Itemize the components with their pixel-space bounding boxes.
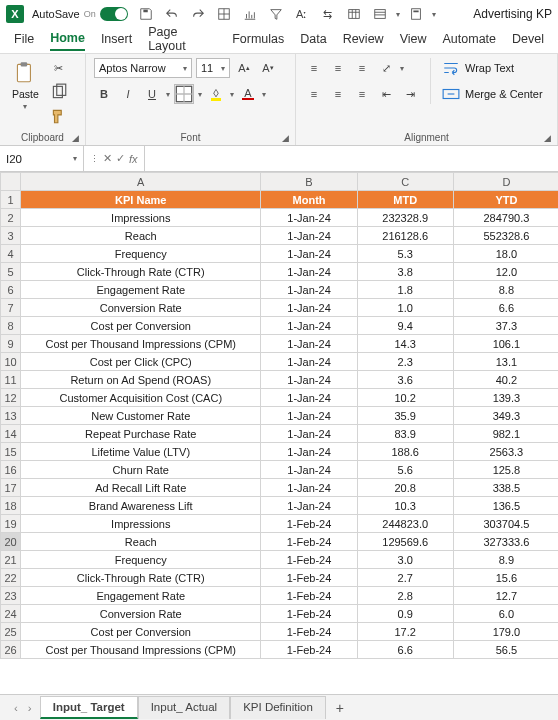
column-header[interactable]: C <box>357 173 453 191</box>
cell[interactable]: 1-Jan-24 <box>261 407 357 425</box>
cell[interactable]: 3.6 <box>357 371 453 389</box>
cell[interactable]: Cost per Thousand Impressions (CPM) <box>21 335 261 353</box>
cell[interactable]: Impressions <box>21 515 261 533</box>
cell[interactable]: Lifetime Value (LTV) <box>21 443 261 461</box>
row-header[interactable]: 9 <box>1 335 21 353</box>
chevron-down-icon[interactable]: ▾ <box>166 90 170 99</box>
table-header-cell[interactable]: MTD <box>357 191 453 209</box>
formula-input[interactable] <box>145 146 558 171</box>
cell[interactable]: 284790.3 <box>453 209 558 227</box>
cell[interactable]: 12.7 <box>453 587 558 605</box>
row-header[interactable]: 4 <box>1 245 21 263</box>
cell[interactable]: 1-Feb-24 <box>261 551 357 569</box>
row-header[interactable]: 22 <box>1 569 21 587</box>
cell[interactable]: 179.0 <box>453 623 558 641</box>
cell[interactable]: 13.1 <box>453 353 558 371</box>
table-header-cell[interactable]: YTD <box>453 191 558 209</box>
font-size-select[interactable]: 11▾ <box>196 58 230 78</box>
chevron-down-icon[interactable]: ▾ <box>400 64 404 73</box>
increase-font-icon[interactable]: A▴ <box>234 58 254 78</box>
cell[interactable]: 3.8 <box>357 263 453 281</box>
cell[interactable]: 1-Jan-24 <box>261 479 357 497</box>
sheet-next-icon[interactable]: › <box>28 702 32 714</box>
row-header[interactable]: 25 <box>1 623 21 641</box>
align-right-icon[interactable]: ≡ <box>352 84 372 104</box>
row-header[interactable]: 15 <box>1 443 21 461</box>
cell[interactable]: Frequency <box>21 551 261 569</box>
fill-color-button[interactable]: ◊ <box>206 84 226 104</box>
table-header-cell[interactable]: Month <box>261 191 357 209</box>
underline-button[interactable]: U <box>142 84 162 104</box>
qat-table-icon[interactable] <box>344 4 364 24</box>
cell[interactable]: 2563.3 <box>453 443 558 461</box>
tab-home[interactable]: Home <box>50 31 85 51</box>
cell[interactable]: New Customer Rate <box>21 407 261 425</box>
row-header[interactable]: 18 <box>1 497 21 515</box>
row-header[interactable]: 23 <box>1 587 21 605</box>
cell[interactable]: 1-Jan-24 <box>261 245 357 263</box>
toggle-switch-icon[interactable] <box>100 7 128 21</box>
cell[interactable]: Conversion Rate <box>21 299 261 317</box>
undo-icon[interactable] <box>162 4 182 24</box>
decrease-font-icon[interactable]: A▾ <box>258 58 278 78</box>
cell[interactable]: Impressions <box>21 209 261 227</box>
cell[interactable]: 1-Feb-24 <box>261 533 357 551</box>
cell[interactable]: 2.3 <box>357 353 453 371</box>
align-middle-icon[interactable]: ≡ <box>328 58 348 78</box>
cell[interactable]: 8.8 <box>453 281 558 299</box>
cell[interactable]: 1-Jan-24 <box>261 389 357 407</box>
row-header[interactable]: 17 <box>1 479 21 497</box>
save-icon[interactable] <box>136 4 156 24</box>
table-header-cell[interactable]: KPI Name <box>21 191 261 209</box>
cell[interactable]: Frequency <box>21 245 261 263</box>
enter-icon[interactable]: ✓ <box>116 152 125 165</box>
qat-chart-icon[interactable] <box>240 4 260 24</box>
font-name-select[interactable]: Aptos Narrow▾ <box>94 58 192 78</box>
cell[interactable]: Brand Awareness Lift <box>21 497 261 515</box>
cell[interactable]: 6.0 <box>453 605 558 623</box>
copy-icon[interactable] <box>49 82 69 102</box>
dots-icon[interactable]: ⋮ <box>90 154 99 164</box>
cell[interactable]: 2.8 <box>357 587 453 605</box>
select-all-corner[interactable] <box>1 173 21 191</box>
cut-icon[interactable]: ✂ <box>49 58 69 78</box>
cell[interactable]: 5.6 <box>357 461 453 479</box>
sheet-tab[interactable]: Input_ Actual <box>138 696 231 719</box>
cell[interactable]: 1-Jan-24 <box>261 425 357 443</box>
cancel-icon[interactable]: ✕ <box>103 152 112 165</box>
qat-text-icon[interactable]: Aː <box>292 4 312 24</box>
sheet-prev-icon[interactable]: ‹ <box>14 702 18 714</box>
cell[interactable]: 1-Feb-24 <box>261 623 357 641</box>
dialog-launcher-icon[interactable]: ◢ <box>282 133 289 143</box>
cell[interactable]: Ad Recall Lift Rate <box>21 479 261 497</box>
row-header[interactable]: 21 <box>1 551 21 569</box>
cell[interactable]: 349.3 <box>453 407 558 425</box>
align-bottom-icon[interactable]: ≡ <box>352 58 372 78</box>
cell[interactable]: 1.8 <box>357 281 453 299</box>
redo-icon[interactable] <box>188 4 208 24</box>
cell[interactable]: Engagement Rate <box>21 587 261 605</box>
cell[interactable]: Conversion Rate <box>21 605 261 623</box>
cell[interactable]: 1-Feb-24 <box>261 515 357 533</box>
cell[interactable]: 1.0 <box>357 299 453 317</box>
cell[interactable]: 6.6 <box>357 641 453 659</box>
cell[interactable]: 129569.6 <box>357 533 453 551</box>
row-header[interactable]: 16 <box>1 461 21 479</box>
cell[interactable]: 1-Jan-24 <box>261 461 357 479</box>
cell[interactable]: 1-Jan-24 <box>261 497 357 515</box>
align-left-icon[interactable]: ≡ <box>304 84 324 104</box>
cell[interactable]: 125.8 <box>453 461 558 479</box>
row-header[interactable]: 26 <box>1 641 21 659</box>
paste-button[interactable]: Paste ▾ <box>8 58 43 113</box>
chevron-down-icon[interactable]: ▾ <box>230 90 234 99</box>
chevron-down-icon[interactable]: ▾ <box>23 102 27 111</box>
row-header[interactable]: 19 <box>1 515 21 533</box>
cell[interactable]: 338.5 <box>453 479 558 497</box>
format-painter-icon[interactable] <box>49 106 69 126</box>
column-header[interactable]: A <box>21 173 261 191</box>
row-header[interactable]: 5 <box>1 263 21 281</box>
cell[interactable]: 139.3 <box>453 389 558 407</box>
borders-button[interactable] <box>174 84 194 104</box>
cell[interactable]: 83.9 <box>357 425 453 443</box>
decrease-indent-icon[interactable]: ⇤ <box>376 84 396 104</box>
